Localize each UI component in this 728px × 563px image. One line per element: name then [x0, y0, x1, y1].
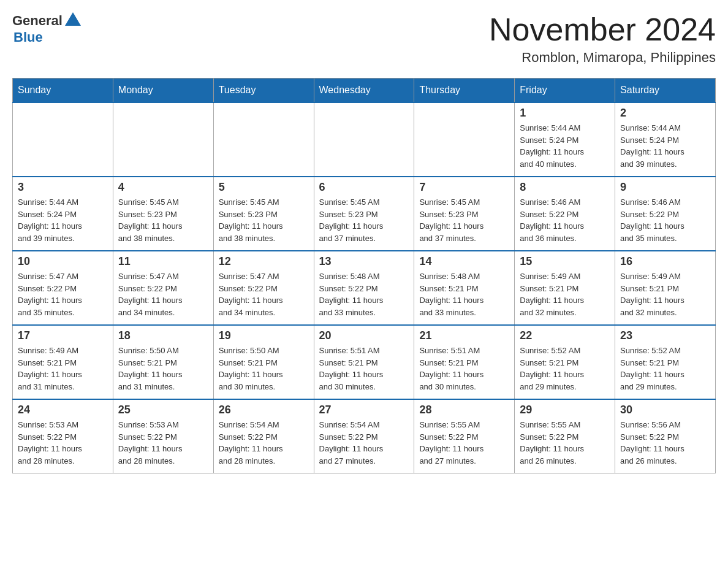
page-header: General Blue November 2024 Romblon, Mima… [12, 12, 716, 66]
calendar-cell: 17Sunrise: 5:49 AMSunset: 5:21 PMDayligh… [13, 325, 113, 399]
day-info: Sunrise: 5:45 AMSunset: 5:23 PMDaylight:… [319, 196, 409, 244]
day-info: Sunrise: 5:47 AMSunset: 5:22 PMDaylight:… [219, 270, 309, 318]
col-monday: Monday [113, 79, 213, 103]
day-info: Sunrise: 5:54 AMSunset: 5:22 PMDaylight:… [319, 419, 409, 467]
calendar-header-row: Sunday Monday Tuesday Wednesday Thursday… [13, 79, 716, 103]
day-number: 12 [219, 255, 309, 268]
calendar-cell: 30Sunrise: 5:56 AMSunset: 5:22 PMDayligh… [615, 399, 716, 473]
day-info: Sunrise: 5:48 AMSunset: 5:21 PMDaylight:… [419, 270, 509, 318]
day-number: 30 [620, 404, 710, 416]
calendar-table: Sunday Monday Tuesday Wednesday Thursday… [12, 78, 716, 473]
day-number: 24 [18, 404, 108, 416]
week-row-1: 1Sunrise: 5:44 AMSunset: 5:24 PMDaylight… [13, 102, 716, 177]
day-info: Sunrise: 5:54 AMSunset: 5:22 PMDaylight:… [219, 419, 309, 467]
day-number: 5 [219, 181, 309, 194]
calendar-cell: 15Sunrise: 5:49 AMSunset: 5:21 PMDayligh… [515, 251, 615, 325]
day-info: Sunrise: 5:44 AMSunset: 5:24 PMDaylight:… [18, 196, 108, 244]
calendar-cell: 1Sunrise: 5:44 AMSunset: 5:24 PMDaylight… [515, 102, 615, 177]
calendar-cell: 4Sunrise: 5:45 AMSunset: 5:23 PMDaylight… [113, 177, 213, 251]
calendar-cell: 12Sunrise: 5:47 AMSunset: 5:22 PMDayligh… [213, 251, 314, 325]
calendar-cell: 25Sunrise: 5:53 AMSunset: 5:22 PMDayligh… [113, 399, 213, 473]
col-sunday: Sunday [13, 79, 113, 103]
day-number: 11 [118, 255, 208, 268]
day-number: 9 [620, 181, 710, 194]
calendar-cell: 11Sunrise: 5:47 AMSunset: 5:22 PMDayligh… [113, 251, 213, 325]
day-number: 26 [219, 404, 309, 416]
day-number: 7 [419, 181, 509, 194]
calendar-cell [13, 102, 113, 177]
day-number: 22 [520, 329, 610, 342]
day-number: 20 [319, 329, 409, 342]
day-info: Sunrise: 5:46 AMSunset: 5:22 PMDaylight:… [620, 196, 710, 244]
col-saturday: Saturday [615, 79, 716, 103]
week-row-5: 24Sunrise: 5:53 AMSunset: 5:22 PMDayligh… [13, 399, 716, 473]
day-number: 3 [18, 181, 108, 194]
calendar-cell: 9Sunrise: 5:46 AMSunset: 5:22 PMDaylight… [615, 177, 716, 251]
day-info: Sunrise: 5:55 AMSunset: 5:22 PMDaylight:… [520, 419, 610, 467]
calendar-cell: 24Sunrise: 5:53 AMSunset: 5:22 PMDayligh… [13, 399, 113, 473]
day-number: 13 [319, 255, 409, 268]
calendar-cell: 3Sunrise: 5:44 AMSunset: 5:24 PMDaylight… [13, 177, 113, 251]
day-number: 25 [118, 404, 208, 416]
day-info: Sunrise: 5:46 AMSunset: 5:22 PMDaylight:… [520, 196, 610, 244]
day-number: 1 [520, 107, 610, 120]
day-number: 14 [419, 255, 509, 268]
day-number: 27 [319, 404, 409, 416]
week-row-3: 10Sunrise: 5:47 AMSunset: 5:22 PMDayligh… [13, 251, 716, 325]
day-info: Sunrise: 5:52 AMSunset: 5:21 PMDaylight:… [520, 345, 610, 393]
day-info: Sunrise: 5:49 AMSunset: 5:21 PMDaylight:… [620, 270, 710, 318]
day-info: Sunrise: 5:52 AMSunset: 5:21 PMDaylight:… [620, 345, 710, 393]
calendar-cell: 16Sunrise: 5:49 AMSunset: 5:21 PMDayligh… [615, 251, 716, 325]
week-row-2: 3Sunrise: 5:44 AMSunset: 5:24 PMDaylight… [13, 177, 716, 251]
day-info: Sunrise: 5:56 AMSunset: 5:22 PMDaylight:… [620, 419, 710, 467]
calendar-cell: 8Sunrise: 5:46 AMSunset: 5:22 PMDaylight… [515, 177, 615, 251]
calendar-cell: 26Sunrise: 5:54 AMSunset: 5:22 PMDayligh… [213, 399, 314, 473]
logo-triangle-icon [65, 12, 81, 26]
calendar-cell: 27Sunrise: 5:54 AMSunset: 5:22 PMDayligh… [314, 399, 414, 473]
day-info: Sunrise: 5:49 AMSunset: 5:21 PMDaylight:… [18, 345, 108, 393]
calendar-cell [314, 102, 414, 177]
day-info: Sunrise: 5:53 AMSunset: 5:22 PMDaylight:… [18, 419, 108, 467]
calendar-cell: 28Sunrise: 5:55 AMSunset: 5:22 PMDayligh… [414, 399, 515, 473]
day-number: 29 [520, 404, 610, 416]
day-info: Sunrise: 5:51 AMSunset: 5:21 PMDaylight:… [419, 345, 509, 393]
calendar-cell: 7Sunrise: 5:45 AMSunset: 5:23 PMDaylight… [414, 177, 515, 251]
calendar-cell [113, 102, 213, 177]
day-number: 4 [118, 181, 208, 194]
day-number: 15 [520, 255, 610, 268]
day-info: Sunrise: 5:48 AMSunset: 5:22 PMDaylight:… [319, 270, 409, 318]
day-info: Sunrise: 5:44 AMSunset: 5:24 PMDaylight:… [620, 122, 710, 170]
calendar-cell: 22Sunrise: 5:52 AMSunset: 5:21 PMDayligh… [515, 325, 615, 399]
day-number: 23 [620, 329, 710, 342]
week-row-4: 17Sunrise: 5:49 AMSunset: 5:21 PMDayligh… [13, 325, 716, 399]
calendar-cell: 10Sunrise: 5:47 AMSunset: 5:22 PMDayligh… [13, 251, 113, 325]
day-info: Sunrise: 5:50 AMSunset: 5:21 PMDaylight:… [118, 345, 208, 393]
day-info: Sunrise: 5:44 AMSunset: 5:24 PMDaylight:… [520, 122, 610, 170]
calendar-cell: 19Sunrise: 5:50 AMSunset: 5:21 PMDayligh… [213, 325, 314, 399]
day-info: Sunrise: 5:45 AMSunset: 5:23 PMDaylight:… [219, 196, 309, 244]
calendar-cell: 29Sunrise: 5:55 AMSunset: 5:22 PMDayligh… [515, 399, 615, 473]
day-number: 2 [620, 107, 710, 120]
day-number: 18 [118, 329, 208, 342]
calendar-cell: 14Sunrise: 5:48 AMSunset: 5:21 PMDayligh… [414, 251, 515, 325]
calendar-cell: 18Sunrise: 5:50 AMSunset: 5:21 PMDayligh… [113, 325, 213, 399]
calendar-cell [414, 102, 515, 177]
calendar-cell: 5Sunrise: 5:45 AMSunset: 5:23 PMDaylight… [213, 177, 314, 251]
month-title: November 2024 [489, 12, 716, 47]
calendar-cell: 2Sunrise: 5:44 AMSunset: 5:24 PMDaylight… [615, 102, 716, 177]
day-info: Sunrise: 5:47 AMSunset: 5:22 PMDaylight:… [18, 270, 108, 318]
calendar-cell: 23Sunrise: 5:52 AMSunset: 5:21 PMDayligh… [615, 325, 716, 399]
col-tuesday: Tuesday [213, 79, 314, 103]
col-wednesday: Wednesday [314, 79, 414, 103]
calendar-cell: 20Sunrise: 5:51 AMSunset: 5:21 PMDayligh… [314, 325, 414, 399]
day-number: 21 [419, 329, 509, 342]
day-number: 28 [419, 404, 509, 416]
svg-marker-0 [65, 12, 81, 26]
col-thursday: Thursday [414, 79, 515, 103]
day-number: 17 [18, 329, 108, 342]
title-section: November 2024 Romblon, Mimaropa, Philipp… [489, 12, 716, 66]
day-info: Sunrise: 5:55 AMSunset: 5:22 PMDaylight:… [419, 419, 509, 467]
day-info: Sunrise: 5:45 AMSunset: 5:23 PMDaylight:… [118, 196, 208, 244]
day-info: Sunrise: 5:53 AMSunset: 5:22 PMDaylight:… [118, 419, 208, 467]
day-info: Sunrise: 5:50 AMSunset: 5:21 PMDaylight:… [219, 345, 309, 393]
